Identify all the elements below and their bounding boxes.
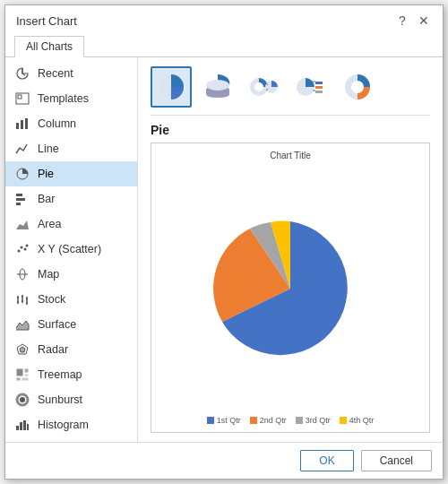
sidebar-label-recent: Recent: [38, 67, 73, 80]
sidebar-item-area[interactable]: Area: [5, 212, 137, 237]
area-icon: [14, 216, 30, 232]
sidebar-item-line[interactable]: Line: [5, 136, 137, 161]
sidebar-item-pie[interactable]: Pie: [5, 161, 137, 186]
svg-rect-66: [315, 82, 323, 84]
subtype-doughnut[interactable]: [337, 66, 378, 108]
svg-rect-28: [16, 368, 23, 376]
legend-4th-qtr: 4th Qtr: [340, 416, 375, 425]
sidebar-label-sunburst: Sunburst: [38, 393, 82, 406]
sidebar-label-bar: Bar: [38, 193, 55, 205]
insert-chart-dialog: Insert Chart ? ✕ All Charts Recent: [4, 4, 444, 480]
svg-point-13: [26, 245, 29, 247]
svg-rect-30: [16, 377, 21, 381]
svg-rect-37: [23, 420, 26, 430]
selected-type-label: Pie: [151, 123, 430, 137]
radar-icon: [14, 341, 30, 358]
subtype-pie[interactable]: [151, 66, 192, 108]
svg-rect-2: [16, 123, 19, 129]
dialog-title: Insert Chart: [16, 14, 77, 28]
chart-subtypes-row: [151, 66, 430, 116]
ok-button[interactable]: OK: [300, 450, 353, 471]
sidebar-item-scatter[interactable]: X Y (Scatter): [5, 237, 137, 262]
line-icon: [14, 141, 30, 157]
recent-icon: [14, 65, 30, 82]
sidebar-item-bar[interactable]: Bar: [5, 186, 137, 212]
sidebar-item-sunburst[interactable]: Sunburst: [5, 387, 137, 412]
legend-label-4: 4th Qtr: [349, 416, 375, 425]
sidebar-label-column: Column: [38, 117, 76, 130]
sidebar-label-treemap: Treemap: [38, 368, 82, 381]
subtype-bar-of-pie[interactable]: [290, 66, 332, 108]
sidebar-item-column[interactable]: Column: [5, 111, 137, 136]
legend-label-3: 3rd Qtr: [306, 416, 331, 425]
svg-rect-74: [340, 417, 347, 424]
legend-1st-qtr: 1st Qtr: [207, 416, 241, 425]
svg-rect-35: [16, 426, 19, 430]
svg-rect-72: [250, 417, 257, 424]
sidebar-item-histogram[interactable]: Histogram: [5, 412, 137, 437]
svg-rect-67: [315, 86, 323, 89]
surface-icon: [14, 316, 30, 333]
svg-rect-3: [21, 120, 23, 129]
svg-point-12: [24, 248, 27, 251]
pie-icon: [14, 166, 30, 182]
scatter-icon: [14, 241, 30, 257]
bar-icon: [14, 191, 30, 207]
sidebar-label-templates: Templates: [38, 92, 89, 105]
tabs-row: All Charts: [5, 32, 443, 57]
sidebar-label-pie: Pie: [38, 168, 54, 180]
chart-legend: 1st Qtr 2nd Qtr 3rd Qtr 4th Qtr: [159, 416, 422, 425]
svg-rect-36: [20, 422, 22, 430]
sidebar-label-area: Area: [38, 218, 61, 230]
help-button[interactable]: ?: [394, 13, 410, 29]
sidebar-label-line: Line: [38, 143, 59, 155]
subtype-donut[interactable]: [244, 66, 285, 108]
svg-point-57: [206, 80, 229, 91]
sidebar-label-map: Map: [38, 268, 59, 281]
legend-label-2: 2nd Qtr: [260, 416, 287, 425]
chart-svg-area: [159, 164, 422, 412]
sunburst-icon: [14, 392, 30, 408]
histogram-icon: [14, 417, 30, 433]
svg-rect-32: [24, 374, 29, 376]
title-actions: ? ✕: [394, 13, 432, 29]
chart-title-label: Chart Title: [159, 151, 422, 160]
svg-rect-4: [25, 118, 28, 129]
legend-label-1: 1st Qtr: [217, 416, 241, 425]
sidebar-item-surface[interactable]: Surface: [5, 312, 137, 337]
sidebar-item-radar[interactable]: Radar: [5, 337, 137, 362]
cancel-button[interactable]: Cancel: [361, 450, 432, 471]
svg-rect-6: [16, 194, 22, 196]
sidebar-item-treemap[interactable]: Treemap: [5, 362, 137, 387]
svg-marker-27: [20, 347, 25, 352]
main-panel: Pie Chart Title: [138, 57, 443, 442]
sidebar: Recent Templates Column: [5, 57, 138, 442]
close-button[interactable]: ✕: [416, 13, 432, 29]
sidebar-label-surface: Surface: [38, 318, 76, 331]
svg-point-59: [254, 82, 263, 91]
column-icon: [14, 116, 30, 132]
legend-3rd-qtr: 3rd Qtr: [296, 416, 331, 425]
subtype-pie3d[interactable]: [197, 66, 238, 108]
svg-point-70: [351, 81, 364, 93]
sidebar-item-templates[interactable]: Templates: [5, 86, 137, 111]
svg-rect-38: [27, 424, 29, 430]
sidebar-label-histogram: Histogram: [38, 419, 89, 431]
content-area: Recent Templates Column: [5, 57, 443, 442]
svg-rect-7: [16, 198, 25, 201]
sidebar-label-radar: Radar: [38, 343, 68, 356]
svg-point-10: [18, 250, 21, 253]
templates-icon: [14, 91, 30, 107]
svg-point-33: [20, 397, 25, 402]
svg-rect-1: [18, 95, 22, 99]
sidebar-label-stock: Stock: [38, 293, 65, 306]
svg-rect-31: [22, 377, 29, 381]
svg-rect-8: [16, 203, 21, 205]
sidebar-item-recent[interactable]: Recent: [5, 61, 137, 86]
svg-rect-73: [296, 417, 303, 424]
sidebar-item-map[interactable]: Map: [5, 262, 137, 287]
tab-all-charts[interactable]: All Charts: [14, 36, 84, 57]
svg-point-11: [21, 246, 23, 249]
legend-2nd-qtr: 2nd Qtr: [250, 416, 287, 425]
sidebar-item-stock[interactable]: Stock: [5, 287, 137, 312]
